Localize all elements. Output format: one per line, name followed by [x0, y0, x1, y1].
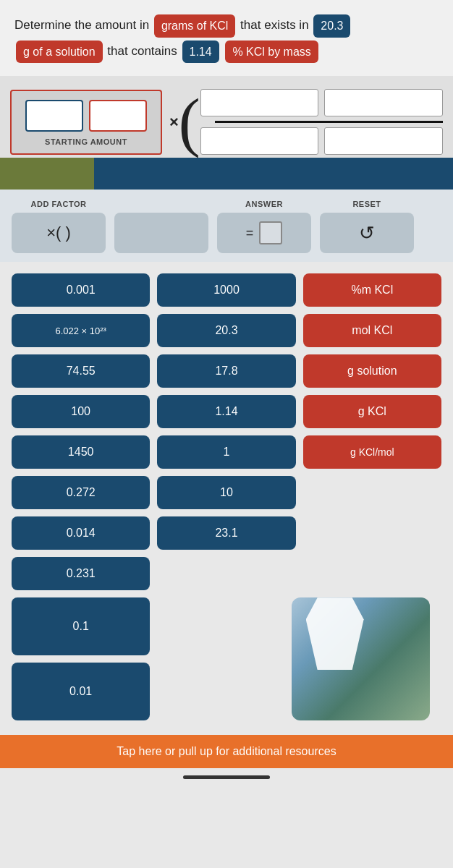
fraction-input-bottom-left[interactable] [200, 127, 319, 155]
bar-dark [0, 158, 94, 190]
bottom-bar[interactable]: Tap here or pull up for additional resou… [0, 735, 453, 768]
numpad-btn-1[interactable]: 1 [157, 435, 295, 469]
controls-row: ADD FACTOR ×( ) ANSWER = RESET ↺ [12, 200, 441, 253]
fraction-numerator-row [200, 86, 443, 119]
answer-eq: = [246, 226, 254, 241]
numpad-btn-g-kcl[interactable]: g KCl [303, 395, 441, 428]
numpad-btn-1450[interactable]: 1450 [12, 435, 150, 469]
numpad-btn-g-solution[interactable]: g solution [303, 354, 441, 388]
header-mid-text: that exists in [240, 18, 309, 32]
bars-container [0, 158, 453, 190]
equation-area: STARTING AMOUNT × ( [0, 76, 453, 158]
numpad-btn-0001[interactable]: 0.001 [12, 273, 150, 307]
bar-blue [94, 158, 453, 190]
header-that-contains: that contains [107, 44, 177, 58]
pill-20-3: 20.3 [313, 14, 350, 38]
fraction-denominator-row [200, 124, 443, 158]
numpad-empty-6 [303, 476, 441, 509]
image-white-shape [306, 597, 364, 670]
background-image [292, 597, 430, 720]
multiply-symbol: × [169, 113, 179, 132]
numpad-btn-0-1[interactable]: 0.1 [12, 597, 150, 655]
home-bar [183, 775, 270, 779]
numpad-btn-avogadro[interactable]: 6.022 × 10²³ [12, 314, 150, 347]
starting-amount-inputs [25, 100, 147, 132]
numpad-btn-23-1[interactable]: 23.1 [157, 516, 295, 550]
numpad-btn-1-14[interactable]: 1.14 [157, 395, 295, 428]
blank-button[interactable] [114, 213, 208, 253]
fraction-input-top-right[interactable] [324, 89, 443, 116]
numpad-btn-0231[interactable]: 0.231 [12, 557, 150, 590]
numpad-btn-10[interactable]: 10 [157, 476, 295, 509]
image-container [303, 597, 441, 720]
numpad-section: 0.001 1000 %m KCl 6.022 × 10²³ 20.3 mol … [0, 262, 453, 735]
starting-amount-input-right[interactable] [89, 100, 147, 132]
starting-amount-input-left[interactable] [25, 100, 83, 132]
numpad-btn-g-kcl-mol[interactable]: g KCl/mol [303, 435, 441, 469]
pill-grams-kcl: grams of KCl [154, 14, 235, 38]
blank-group [114, 208, 208, 253]
numpad-empty-10b [157, 663, 295, 720]
numpad-btn-17-8[interactable]: 17.8 [157, 354, 295, 388]
answer-box [259, 221, 282, 244]
fraction-inputs [186, 86, 443, 158]
reset-group: RESET ↺ [320, 200, 414, 253]
numpad-btn-1000[interactable]: 1000 [157, 273, 295, 307]
answer-label: ANSWER [245, 200, 283, 208]
pill-pct-kcl: % KCl by mass [225, 41, 318, 64]
add-factor-label: ADD FACTOR [31, 200, 87, 208]
numpad-grid: 0.001 1000 %m KCl 6.022 × 10²³ 20.3 mol … [12, 273, 441, 720]
fraction-divider [215, 121, 443, 123]
header-pre-text: Determine the amount in [14, 18, 149, 32]
header-text: Determine the amount in grams of KCl tha… [14, 13, 439, 64]
numpad-empty-9b [157, 597, 295, 655]
numpad-empty-7 [303, 516, 441, 550]
fraction-input-top-left[interactable] [200, 89, 319, 116]
controls-section: ADD FACTOR ×( ) ANSWER = RESET ↺ [0, 190, 453, 262]
numpad-empty-8c [303, 557, 441, 590]
numpad-btn-74-55[interactable]: 74.55 [12, 354, 150, 388]
reset-label: RESET [352, 200, 381, 208]
reset-button[interactable]: ↺ [320, 213, 414, 253]
answer-button[interactable]: = [217, 213, 311, 253]
add-factor-button[interactable]: ×( ) [12, 213, 106, 253]
fraction-input-bottom-right[interactable] [324, 127, 443, 155]
starting-amount-box: STARTING AMOUNT [10, 90, 162, 155]
pill-g-solution: g of a solution [16, 41, 103, 64]
fraction-area: ( [186, 86, 443, 158]
starting-amount-label: STARTING AMOUNT [45, 137, 127, 146]
numpad-empty-8b [157, 557, 295, 590]
answer-group: ANSWER = [217, 200, 311, 253]
pill-1-14: 1.14 [182, 41, 219, 64]
numpad-btn-100[interactable]: 100 [12, 395, 150, 428]
numpad-btn-0272[interactable]: 0.272 [12, 476, 150, 509]
header-section: Determine the amount in grams of KCl tha… [0, 0, 453, 76]
numpad-btn-0014[interactable]: 0.014 [12, 516, 150, 550]
numpad-btn-20-3[interactable]: 20.3 [157, 314, 295, 347]
numpad-btn-0-01[interactable]: 0.01 [12, 663, 150, 720]
home-indicator [0, 768, 453, 786]
add-factor-group: ADD FACTOR ×( ) [12, 200, 106, 253]
numpad-btn-pct-kcl[interactable]: %m KCl [303, 273, 441, 307]
numpad-btn-mol-kcl[interactable]: mol KCl [303, 314, 441, 347]
